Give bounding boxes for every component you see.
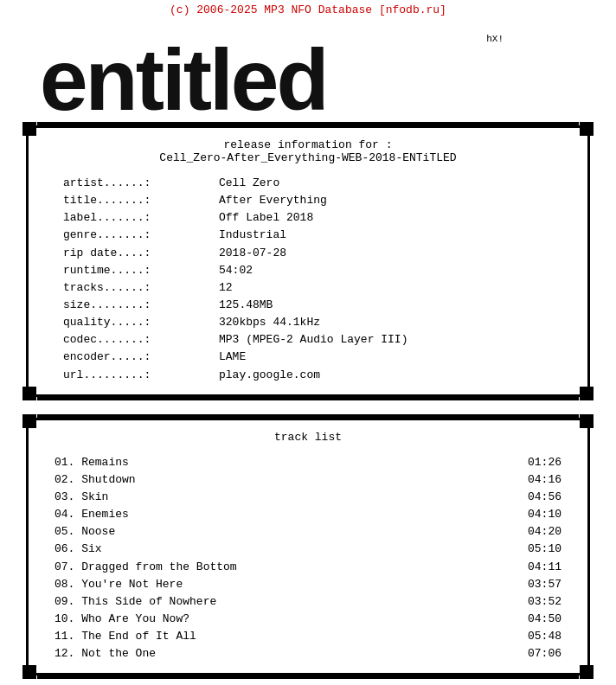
- track-duration: 07:06: [528, 645, 561, 663]
- track-row: 07. Dragged from the Bottom04:11: [46, 559, 570, 576]
- info-value: 12: [219, 279, 233, 297]
- release-header-line1: release information for :: [46, 138, 570, 151]
- info-value: 2018-07-28: [219, 245, 286, 262]
- info-key: genre.......:: [63, 227, 219, 244]
- track-title: 12. Not the One: [55, 645, 156, 663]
- info-key: title.......:: [63, 192, 219, 209]
- track-row: 09. This Side of Nowhere03:52: [46, 593, 570, 611]
- hx-badge: hX!: [486, 34, 504, 44]
- copyright-text: (c) 2006-2025 MP3 NFO Database [nfodb.ru…: [0, 0, 616, 18]
- track-title: 01. Remains: [55, 454, 129, 471]
- info-value: Industrial: [219, 227, 286, 244]
- track-title: 11. The End of It All: [55, 628, 196, 645]
- track-row: 08. You're Not Here03:57: [46, 576, 570, 593]
- info-key: label.......:: [63, 209, 219, 227]
- release-header: release information for : Cell_Zero-Afte…: [46, 138, 570, 164]
- info-value: Cell Zero: [219, 175, 279, 192]
- info-row: encoder.....: LAME: [63, 349, 570, 366]
- track-duration: 04:56: [528, 489, 561, 506]
- info-value: After Everything: [219, 192, 327, 209]
- tracklist-section: track list 01. Remains01:2602. Shutdown0…: [26, 418, 590, 676]
- track-list: 01. Remains01:2602. Shutdown04:1603. Ski…: [46, 454, 570, 663]
- track-duration: 05:10: [528, 541, 561, 558]
- track-title: 10. Who Are You Now?: [55, 611, 189, 628]
- track-row: 02. Shutdown04:16: [46, 471, 570, 489]
- release-header-line2: Cell_Zero-After_Everything-WEB-2018-ENTi…: [46, 151, 570, 164]
- info-key: url.........:: [63, 367, 219, 384]
- info-row: artist......: Cell Zero: [63, 175, 570, 192]
- info-value: MP3 (MPEG-2 Audio Layer III): [219, 331, 407, 349]
- info-row: size........: 125.48MB: [63, 297, 570, 314]
- info-key: codec.......:: [63, 331, 219, 349]
- track-duration: 04:10: [528, 506, 561, 523]
- svg-text:entitled: entitled: [40, 31, 327, 118]
- track-row: 01. Remains01:26: [46, 454, 570, 471]
- info-row: label.......: Off Label 2018: [63, 209, 570, 227]
- track-title: 09. This Side of Nowhere: [55, 593, 216, 611]
- info-value: 54:02: [219, 262, 253, 279]
- info-row: url.........: play.google.com: [63, 367, 570, 384]
- info-key: artist......:: [63, 175, 219, 192]
- info-key: encoder.....:: [63, 349, 219, 366]
- track-row: 04. Enemies04:10: [46, 506, 570, 523]
- info-row: title.......: After Everything: [63, 192, 570, 209]
- track-title: 05. Noose: [55, 523, 115, 541]
- info-row: rip date....: 2018-07-28: [63, 245, 570, 262]
- info-key: quality.....:: [63, 314, 219, 331]
- info-key: tracks......:: [63, 279, 219, 297]
- release-info-section: release information for : Cell_Zero-Afte…: [26, 125, 590, 397]
- track-duration: 04:16: [528, 471, 561, 489]
- track-duration: 03:52: [528, 593, 561, 611]
- info-key: rip date....:: [63, 245, 219, 262]
- info-key: size........:: [63, 297, 219, 314]
- track-duration: 04:20: [528, 523, 561, 541]
- info-value: play.google.com: [219, 367, 320, 384]
- track-duration: 05:48: [528, 628, 561, 645]
- info-key: runtime.....:: [63, 262, 219, 279]
- info-row: tracks......: 12: [63, 279, 570, 297]
- info-value: LAME: [219, 349, 246, 366]
- info-row: codec.......: MP3 (MPEG-2 Audio Layer II…: [63, 331, 570, 349]
- track-duration: 01:26: [528, 454, 561, 471]
- info-value: 125.48MB: [219, 297, 273, 314]
- info-row: genre.......: Industrial: [63, 227, 570, 244]
- track-row: 06. Six05:10: [46, 541, 570, 558]
- track-title: 02. Shutdown: [55, 471, 136, 489]
- track-row: 10. Who Are You Now?04:50: [46, 611, 570, 628]
- track-title: 07. Dragged from the Bottom: [55, 559, 237, 576]
- info-value: Off Label 2018: [219, 209, 313, 227]
- track-title: 04. Enemies: [55, 506, 129, 523]
- track-duration: 03:57: [528, 576, 561, 593]
- track-title: 06. Six: [55, 541, 102, 558]
- logo-area: .lt { font-family: 'Arial Black', Impact…: [0, 18, 616, 125]
- info-row: quality.....: 320kbps 44.1kHz: [63, 314, 570, 331]
- track-duration: 04:11: [528, 559, 561, 576]
- info-row: runtime.....: 54:02: [63, 262, 570, 279]
- track-title: 03. Skin: [55, 489, 108, 506]
- info-value: 320kbps 44.1kHz: [219, 314, 320, 331]
- track-row: 03. Skin04:56: [46, 489, 570, 506]
- tracklist-header: track list: [46, 431, 570, 444]
- track-row: 05. Noose04:20: [46, 523, 570, 541]
- track-row: 11. The End of It All05:48: [46, 628, 570, 645]
- track-row: 12. Not the One07:06: [46, 645, 570, 663]
- track-title: 08. You're Not Here: [55, 576, 183, 593]
- release-info-table: artist......: Cell Zerotitle.......: Aft…: [46, 175, 570, 384]
- track-duration: 04:50: [528, 611, 561, 628]
